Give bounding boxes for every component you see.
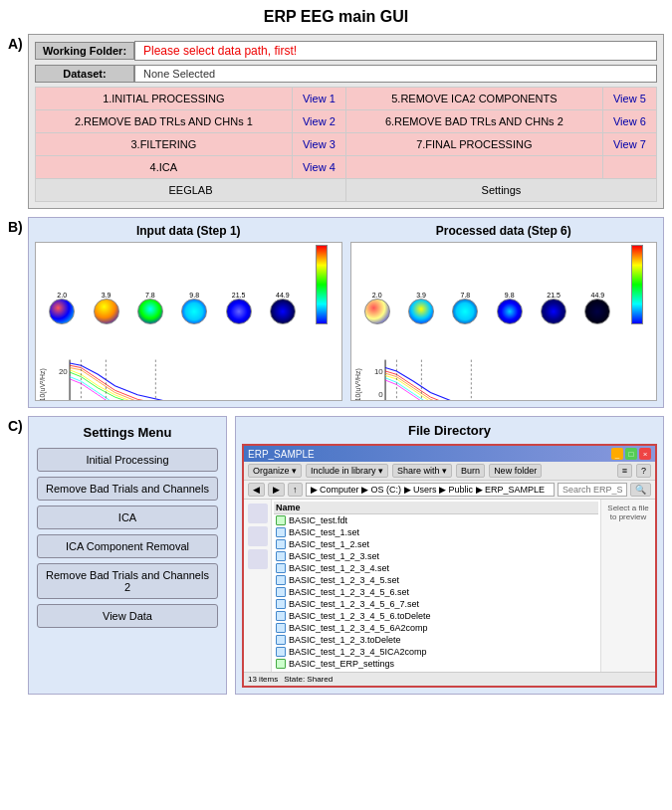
file-row-4[interactable]: BASIC_test_1_2_3_4.set xyxy=(274,562,598,574)
btn-ica-component-removal[interactable]: ICA Component Removal xyxy=(37,534,218,558)
file-row-2[interactable]: BASIC_test_1_2.set xyxy=(274,538,598,550)
fe-burn-btn[interactable]: Burn xyxy=(456,464,485,478)
file-icon-11 xyxy=(276,647,286,657)
file-name-7: BASIC_test_1_2_3_4_5_6_7.set xyxy=(289,599,419,609)
file-panel: File Directory ERP_SAMPLE _ □ × Organize… xyxy=(235,416,664,695)
colorbar-right xyxy=(631,245,643,324)
section-a-content: Working Folder: Please select data path,… xyxy=(28,34,664,209)
fe-nav-icon-3[interactable] xyxy=(248,549,268,569)
grid-right-view-1[interactable]: View 5 xyxy=(602,88,656,110)
file-row-0[interactable]: BASIC_test.fdt xyxy=(274,514,598,526)
btn-initial-processing[interactable]: Initial Processing xyxy=(37,448,218,472)
file-row-12[interactable]: BASIC_test_ERP_settings xyxy=(274,658,598,670)
topo-right-1 xyxy=(364,299,390,324)
btn-remove-bad-trials-1[interactable]: Remove Bad Trials and Channels xyxy=(37,477,218,501)
fe-back-btn[interactable]: ◀ xyxy=(248,483,265,497)
fe-include-btn[interactable]: Include in library ▾ xyxy=(306,464,388,478)
section-c-label: C) xyxy=(8,416,28,695)
fe-file-rows: BASIC_test.fdtBASIC_test_1.setBASIC_test… xyxy=(274,514,598,670)
fe-statusbar: 13 items State: Shared xyxy=(244,672,655,686)
fe-share-btn[interactable]: Share with ▾ xyxy=(392,464,452,478)
btn-view-data[interactable]: View Data xyxy=(37,604,218,628)
working-folder-value: Please select data path, first! xyxy=(134,41,657,61)
topo-right-5 xyxy=(541,299,566,324)
fe-nav-icon-1[interactable] xyxy=(248,504,268,523)
file-name-8: BASIC_test_1_2_3_4_5_6.toDelete xyxy=(289,611,431,621)
grid-right-view-3[interactable]: View 7 xyxy=(602,133,656,156)
fe-search-btn[interactable]: 🔍 xyxy=(630,483,651,497)
file-icon-10 xyxy=(276,635,286,645)
file-row-6[interactable]: BASIC_test_1_2_3_4_5_6.set xyxy=(274,586,598,598)
svg-text:10: 10 xyxy=(373,367,382,376)
grid-left-main-2[interactable]: 2.REMOVE BAD TRLs AND CHNs 1 xyxy=(36,110,293,133)
file-icon-8 xyxy=(276,611,286,621)
btn-ica[interactable]: ICA xyxy=(37,506,218,529)
fe-minimize-button[interactable]: _ xyxy=(611,448,623,460)
file-name-0: BASIC_test.fdt xyxy=(289,515,347,525)
grid-right-main-3[interactable]: 7.FINAL PROCESSING xyxy=(345,133,602,156)
file-row-3[interactable]: BASIC_test_1_2_3.set xyxy=(274,550,598,562)
grid-right-main-2[interactable]: 6.REMOVE BAD TRLs AND CHNs 2 xyxy=(345,110,602,133)
topo-left-1 xyxy=(49,299,75,324)
svg-text:0: 0 xyxy=(63,398,68,401)
file-name-3: BASIC_test_1_2_3.set xyxy=(289,551,379,561)
grid-left-view-3[interactable]: View 3 xyxy=(292,133,345,156)
file-icon-2 xyxy=(276,539,286,549)
right-spectrum-svg: 10 0 -10 -20 5 10 15 20 25 30 35 40 45 5… xyxy=(351,326,657,401)
grid-row-1: 1.INITIAL PROCESSING View 1 5.REMOVE ICA… xyxy=(36,88,657,110)
fe-maximize-button[interactable]: □ xyxy=(625,448,637,460)
fe-forward-btn[interactable]: ▶ xyxy=(268,483,285,497)
fe-up-btn[interactable]: ↑ xyxy=(288,483,303,497)
fe-col-header: Name xyxy=(274,502,598,514)
file-name-9: BASIC_test_1_2_3_4_5_6A2comp xyxy=(289,623,428,633)
btn-remove-bad-trials-2[interactable]: Remove Bad Trials and Channels 2 xyxy=(37,563,218,599)
settings-panel: Settings Menu Initial Processing Remove … xyxy=(28,416,227,695)
file-explorer: ERP_SAMPLE _ □ × Organize ▾ Include in l… xyxy=(242,444,657,688)
grid-left-view-4[interactable]: View 4 xyxy=(292,156,345,179)
topo-right-3 xyxy=(452,299,478,324)
file-row-7[interactable]: BASIC_test_1_2_3_4_5_6_7.set xyxy=(274,598,598,610)
dataset-value: None Selected xyxy=(134,65,657,83)
file-row-1[interactable]: BASIC_test_1.set xyxy=(274,526,598,538)
file-row-8[interactable]: BASIC_test_1_2_3_4_5_6.toDelete xyxy=(274,610,598,622)
grid-left-main-1[interactable]: 1.INITIAL PROCESSING xyxy=(36,88,293,110)
grid-left-view-2[interactable]: View 2 xyxy=(292,110,345,133)
working-folder-label: Working Folder: xyxy=(35,42,134,60)
file-icon-5 xyxy=(276,575,286,585)
settings-title: Settings Menu xyxy=(37,425,218,440)
grid-row-3: 3.FILTERING View 3 7.FINAL PROCESSING Vi… xyxy=(36,133,657,156)
fe-address-path[interactable]: ▶ Computer ▶ OS (C:) ▶ Users ▶ Public ▶ … xyxy=(306,483,556,497)
fe-newfolder-btn[interactable]: New folder xyxy=(489,464,542,478)
fe-files-list: Name BASIC_test.fdtBASIC_test_1.setBASIC… xyxy=(272,500,600,672)
fe-nav-icon-2[interactable] xyxy=(248,526,268,546)
section-b-content: Input data (Step 1) 2.0 3.9 7.8 xyxy=(28,217,664,408)
settings-button[interactable]: Settings xyxy=(345,179,656,202)
file-row-11[interactable]: BASIC_test_1_2_3_4_5ICA2comp xyxy=(274,646,598,658)
fe-search-input[interactable] xyxy=(558,483,627,497)
left-chart-panel: Input data (Step 1) 2.0 3.9 7.8 xyxy=(35,224,342,401)
fe-view-btn[interactable]: ≡ xyxy=(617,464,632,478)
grid-right-view-2[interactable]: View 6 xyxy=(602,110,656,133)
eeglab-button[interactable]: EEGLAB xyxy=(36,179,346,202)
file-name-2: BASIC_test_1_2.set xyxy=(289,539,369,549)
dataset-label: Dataset: xyxy=(35,65,134,83)
file-row-5[interactable]: BASIC_test_1_2_3_4_5.set xyxy=(274,574,598,586)
file-row-9[interactable]: BASIC_test_1_2_3_4_5_6A2comp xyxy=(274,622,598,634)
file-name-10: BASIC_test_1_2_3.toDelete xyxy=(289,635,401,645)
grid-left-main-4[interactable]: 4.ICA xyxy=(36,156,293,179)
fe-titlebar: ERP_SAMPLE _ □ × xyxy=(244,446,655,462)
topo-left-2 xyxy=(94,299,119,324)
section-a-label: A) xyxy=(8,34,28,209)
grid-left-view-1[interactable]: View 1 xyxy=(292,88,345,110)
file-name-6: BASIC_test_1_2_3_4_5_6.set xyxy=(289,587,409,597)
right-chart-panel: Processed data (Step 6) 2.0 3.9 xyxy=(350,224,658,401)
right-chart-title: Processed data (Step 6) xyxy=(436,224,571,238)
topo-left-6 xyxy=(270,299,296,324)
fe-close-button[interactable]: × xyxy=(639,448,651,460)
file-icon-6 xyxy=(276,587,286,597)
grid-left-main-3[interactable]: 3.FILTERING xyxy=(36,133,293,156)
grid-right-main-1[interactable]: 5.REMOVE ICA2 COMPONENTS xyxy=(345,88,602,110)
fe-help-btn[interactable]: ? xyxy=(636,464,651,478)
fe-organize-btn[interactable]: Organize ▾ xyxy=(248,464,302,478)
file-row-10[interactable]: BASIC_test_1_2_3.toDelete xyxy=(274,634,598,646)
